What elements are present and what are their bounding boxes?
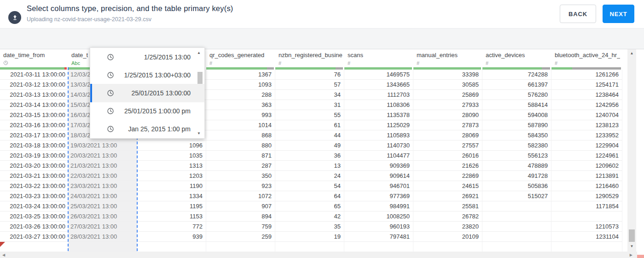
column-type-glyph: # <box>278 60 281 66</box>
column-header[interactable]: scans# <box>344 49 413 70</box>
table-cell <box>482 222 551 232</box>
vertical-scrollbar-thumb[interactable] <box>629 229 635 242</box>
horizontal-scrollbar[interactable]: ◀ ▶ <box>0 252 637 258</box>
next-button[interactable]: NEXT <box>603 5 634 23</box>
table-cell: 22869 <box>413 171 482 181</box>
table-cell: 594008 <box>482 110 551 120</box>
table-cell: 2021-03-14 13:00:00 <box>0 100 68 110</box>
table-cell: 1290529 <box>551 191 622 201</box>
column-header[interactable]: qr_codes_generated# <box>206 49 275 70</box>
table-cell: 26782 <box>413 211 482 222</box>
table-cell: 984991 <box>344 201 413 211</box>
table-cell: 64 <box>275 191 344 201</box>
clock-icon <box>107 107 114 115</box>
table-cell: 27/03/2021 13:00 <box>68 222 137 232</box>
scroll-right-icon[interactable]: ▶ <box>630 253 632 257</box>
table-row <box>0 242 622 252</box>
dropdown-option[interactable]: Jan 25, 2015 1:00 pm <box>90 120 204 138</box>
back-button[interactable]: BACK <box>560 5 596 23</box>
dropdown-option-label: 1/25/2015 13:00+03:00 <box>114 71 204 79</box>
table-cell: 288 <box>206 90 275 100</box>
table-cell: 1008250 <box>344 211 413 222</box>
table-cell: 1240704 <box>551 110 622 120</box>
table-cell: 1313 <box>137 161 206 171</box>
table-cell: 1135378 <box>344 110 413 120</box>
column-header[interactable]: bluetooth_active_24_hr_# <box>551 49 622 70</box>
dropdown-option-label: 25/01/2015 1:00:00 pm <box>114 107 204 115</box>
dropdown-option[interactable]: 25/01/2015 13:00:00 <box>90 84 204 102</box>
table-cell <box>482 211 551 222</box>
table-cell: 27873 <box>413 120 482 130</box>
table-cell: 759 <box>206 222 275 232</box>
vertical-scrollbar[interactable]: ▲ ▼ <box>627 49 636 252</box>
table-cell: 1238464 <box>551 90 622 100</box>
table-row: 2021-03-22 13:00:0023/03/2021 13:0011909… <box>0 181 622 191</box>
dropdown-option[interactable]: 25/01/2015 1:00:00 pm <box>90 102 204 120</box>
clock-type-icon <box>3 60 8 66</box>
table-cell: 2021-03-11 13:00:00 <box>0 70 68 80</box>
table-cell: 1334 <box>137 191 206 201</box>
table-cell: 1231104 <box>551 232 622 242</box>
table-cell: 1216460 <box>551 181 622 191</box>
upload-wizard-window: Select columns type, precision, and the … <box>0 0 644 258</box>
scroll-up-icon[interactable]: ▲ <box>627 51 636 55</box>
table-cell: 1105893 <box>344 130 413 141</box>
scroll-left-icon[interactable]: ◀ <box>2 253 5 257</box>
table-cell <box>206 242 275 252</box>
table-cell: 35 <box>275 222 344 232</box>
table-cell: 24/03/2021 13:00 <box>68 191 137 201</box>
table-cell: 2021-03-12 13:00:00 <box>0 80 68 90</box>
column-name: date_t <box>71 52 88 59</box>
table-cell: 907 <box>206 201 275 211</box>
table-cell: 350 <box>206 171 275 181</box>
table-cell: 76 <box>275 70 344 80</box>
table-cell <box>482 242 551 252</box>
table-cell: 25581 <box>413 201 482 211</box>
table-cell: 2021-03-19 13:00:00 <box>0 151 68 161</box>
column-header[interactable]: manual_entries# <box>413 49 482 70</box>
table-cell: 44 <box>275 130 344 141</box>
table-cell: 13 <box>275 161 344 171</box>
menu-scroll-down-icon[interactable]: ▼ <box>197 131 201 135</box>
table-cell: 19 <box>275 232 344 242</box>
table-cell: 977369 <box>344 191 413 201</box>
table-cell: 24 <box>275 171 344 181</box>
column-type-glyph: # <box>417 60 419 66</box>
table-cell: 582380 <box>482 141 551 151</box>
table-cell: 2021-03-23 13:00:00 <box>0 191 68 201</box>
table-row: 2021-03-24 13:00:0025/03/2021 13:0011959… <box>0 201 622 211</box>
table-row: 2021-03-21 13:00:0022/03/2021 13:0012033… <box>0 171 622 181</box>
table-cell: 2021-03-24 13:00:00 <box>0 201 68 211</box>
table-cell: 26/03/2021 13:00 <box>68 211 137 222</box>
table-cell: 2021-03-16 13:00:00 <box>0 120 68 130</box>
column-type-glyph: Abc <box>71 60 80 66</box>
dropdown-option[interactable]: 1/25/2015 13:00+03:00 <box>90 66 204 84</box>
column-header[interactable]: date_time_from <box>0 49 68 70</box>
scroll-down-icon[interactable]: ▼ <box>627 244 636 248</box>
column-header[interactable]: nzbn_registered_busine# <box>275 49 344 70</box>
table-cell: 22/03/2021 13:00 <box>68 171 137 181</box>
table-row: 2021-03-18 13:00:0019/03/2021 13:0010968… <box>0 141 622 151</box>
column-format-toolbar: ✓ TT Date / time # $ →0.00 ←0.00 <box>0 29 644 49</box>
table-cell: 960193 <box>344 222 413 232</box>
table-cell: 2021-03-20 13:00:00 <box>0 161 68 171</box>
table-cell: 27557 <box>413 141 482 151</box>
clock-icon <box>107 89 114 97</box>
column-header[interactable]: active_devices# <box>482 49 551 70</box>
table-row: 2021-03-19 13:00:0020/03/2021 13:0010358… <box>0 151 622 161</box>
dropdown-option-label: 1/25/2015 13:00 <box>114 53 204 61</box>
table-cell: 1203 <box>137 171 206 181</box>
table-cell: 1171854 <box>551 201 622 211</box>
table-cell: 259 <box>206 232 275 242</box>
table-cell: 1093 <box>206 80 275 90</box>
table-cell: 1108306 <box>344 100 413 110</box>
table-cell: 505836 <box>482 181 551 191</box>
table-cell: 1112703 <box>344 90 413 100</box>
table-cell: 1210573 <box>551 222 622 232</box>
table-cell: 34 <box>275 90 344 100</box>
dropdown-option[interactable]: 1/25/2015 13:00 <box>90 48 204 66</box>
table-cell: 515027 <box>482 191 551 201</box>
table-cell <box>68 242 137 252</box>
table-cell: 1072 <box>206 191 275 201</box>
table-cell: 478889 <box>482 161 551 171</box>
